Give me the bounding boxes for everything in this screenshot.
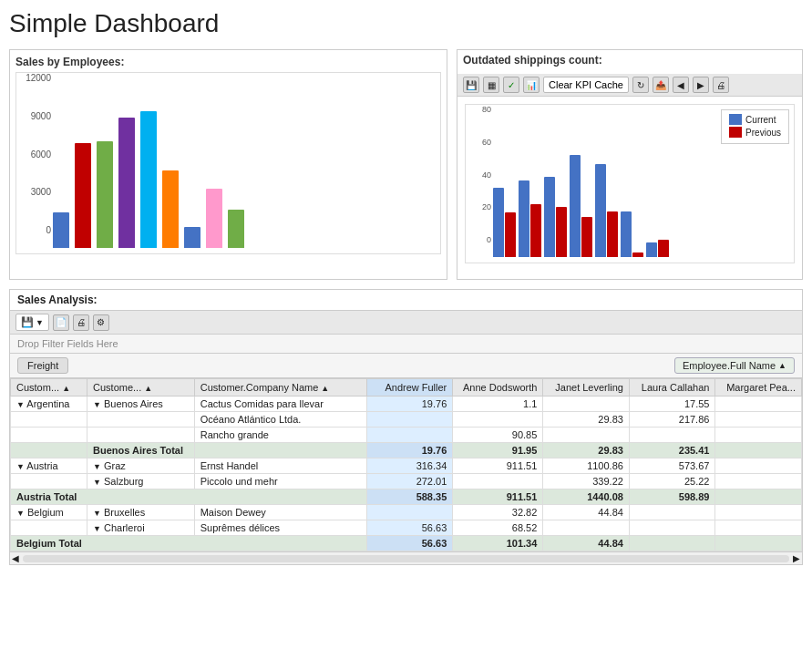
cell-city: ▼ Buenos Aires [87, 397, 195, 412]
cell-city [87, 412, 195, 428]
cell-city: ▼ Salzburg [87, 474, 195, 489]
sales-chart-panel: Sales by Employees: 12000 9000 6000 3000… [9, 49, 447, 280]
kpi-previous-bar [632, 252, 643, 257]
page: Simple Dashboard Sales by Employees: 120… [0, 0, 812, 649]
cell-val [715, 397, 802, 412]
sa-print-icon[interactable]: 🖨 [73, 314, 89, 331]
kpi-print-icon[interactable]: 🖨 [713, 77, 729, 93]
kpi-current-bar [595, 164, 606, 257]
cell-city: ▼ Bruxelles [87, 505, 195, 520]
kpi-bar-group [570, 155, 592, 257]
sales-analysis-title: Sales Analysis: [10, 290, 802, 311]
cell-val [543, 520, 630, 536]
kpi-next-icon[interactable]: ▶ [693, 77, 709, 93]
kpi-bar-group [646, 240, 669, 258]
kpi-chart-area: 80 60 40 20 0 Current Previou [457, 97, 802, 279]
col-header-city[interactable]: Custome... ▲ [87, 379, 195, 397]
legend-previous: Previous [729, 127, 781, 138]
cell-val: 90.85 [453, 428, 543, 443]
kpi-chart-icon[interactable]: 📊 [523, 77, 540, 93]
cell-val: 573.67 [629, 458, 715, 474]
cell-val [715, 474, 802, 489]
scroll-right-arrow[interactable]: ▶ [793, 553, 800, 563]
sa-save-btn[interactable]: 💾 ▼ [15, 314, 49, 331]
col-header-andrew[interactable]: Andrew Fuller [366, 379, 453, 397]
table-row: ▼ Charleroi Suprêmes délices 56.63 68.52 [11, 520, 802, 536]
cell-company: Cactus Comidas para llevar [194, 397, 366, 412]
cell-val: 29.83 [543, 443, 630, 458]
kpi-current-bar [570, 155, 581, 257]
kpi-toolbar: 💾 ▦ ✓ 📊 Clear KPI Cache ↻ 📤 ◀ ▶ 🖨 [457, 74, 802, 97]
cell-val: 1100.86 [543, 458, 630, 474]
col-filter-chip[interactable]: Employee.Full Name ▲ [674, 357, 795, 374]
cell-val: 339.22 [543, 474, 630, 489]
legend-current: Current [729, 114, 781, 125]
cell-company: Ernst Handel [194, 458, 366, 474]
sales-bar [162, 170, 179, 248]
pivot-table-wrap[interactable]: Custom... ▲ Custome... ▲ Customer.Compan… [10, 378, 802, 551]
filter-chips-bar: Freight Employee.Full Name ▲ [10, 354, 802, 378]
cell-val: 17.55 [629, 397, 715, 412]
cell-val [715, 505, 802, 520]
legend-previous-label: Previous [745, 128, 781, 138]
sa-settings-icon[interactable]: ⚙ [93, 314, 109, 331]
col-header-margaret[interactable]: Margaret Pea... [715, 379, 802, 397]
kpi-previous-bar [658, 240, 669, 258]
kpi-current-bar [493, 188, 504, 257]
cell-val [715, 536, 802, 551]
cell-val: 911.51 [453, 458, 543, 474]
legend-previous-color [729, 127, 742, 138]
sort-asc-icon: ▲ [778, 361, 786, 370]
filter-drop-zone[interactable]: Drop Filter Fields Here [10, 335, 802, 354]
kpi-prev-icon[interactable]: ◀ [673, 77, 689, 93]
cell-val [715, 443, 802, 458]
cell-val: 68.52 [453, 520, 543, 536]
cell-val: 1440.08 [543, 489, 630, 505]
freight-chip[interactable]: Freight [17, 357, 68, 374]
sa-save-dropdown[interactable]: ▼ [36, 318, 44, 327]
cell-val: 316.34 [366, 458, 453, 474]
cell-val [366, 428, 453, 443]
cell-country: ▼ Belgium [11, 505, 87, 520]
col-header-company[interactable]: Customer.Company Name ▲ [194, 379, 366, 397]
clear-kpi-cache-button[interactable]: Clear KPI Cache [543, 77, 629, 93]
kpi-current-bar [621, 211, 632, 257]
scroll-left-arrow[interactable]: ◀ [12, 553, 19, 563]
kpi-previous-bar [505, 212, 516, 257]
total-row-austria: Austria Total 588.35 911.51 1440.08 598.… [11, 489, 802, 505]
table-row: ▼ Argentina ▼ Buenos Aires Cactus Comida… [11, 397, 802, 412]
cell-val: 44.84 [543, 536, 630, 551]
cell-company: Rancho grande [194, 428, 366, 443]
cell-val [715, 412, 802, 428]
kpi-refresh-icon[interactable]: ↻ [632, 77, 649, 93]
col-header-anne[interactable]: Anne Dodsworth [453, 379, 543, 397]
kpi-y-axis: 80 60 40 20 0 [468, 105, 491, 244]
sales-bar [118, 118, 135, 248]
col-header-laura[interactable]: Laura Callahan [629, 379, 715, 397]
sales-bar [53, 212, 69, 248]
kpi-check-icon[interactable]: ✓ [503, 77, 519, 93]
col-header-janet[interactable]: Janet Leverling [543, 379, 630, 397]
cell-company: Maison Dewey [194, 505, 366, 520]
cell-country [11, 474, 87, 489]
cell-val: 44.84 [543, 505, 630, 520]
cell-val: 19.76 [366, 443, 453, 458]
col-header-country[interactable]: Custom... ▲ [11, 379, 87, 397]
cell-val: 911.51 [453, 489, 543, 505]
sales-bar [140, 111, 157, 248]
sales-bar [97, 141, 113, 248]
kpi-grid-icon[interactable]: ▦ [483, 77, 499, 93]
kpi-export-icon[interactable]: 📤 [653, 77, 669, 93]
sales-bar [75, 143, 91, 248]
cell-val [366, 505, 453, 520]
kpi-save-icon[interactable]: 💾 [463, 77, 479, 93]
table-row: Rancho grande 90.85 [11, 428, 802, 443]
cell-val [543, 428, 630, 443]
sa-export-icon[interactable]: 📄 [53, 314, 69, 331]
cell-val [715, 489, 802, 505]
cell-total-label: Austria Total [11, 489, 367, 505]
cell-val [629, 520, 715, 536]
table-scrollbar[interactable]: ◀ ▶ [10, 551, 802, 564]
sales-bar [228, 210, 244, 248]
sales-chart-area: 12000 9000 6000 3000 0 [15, 72, 441, 254]
